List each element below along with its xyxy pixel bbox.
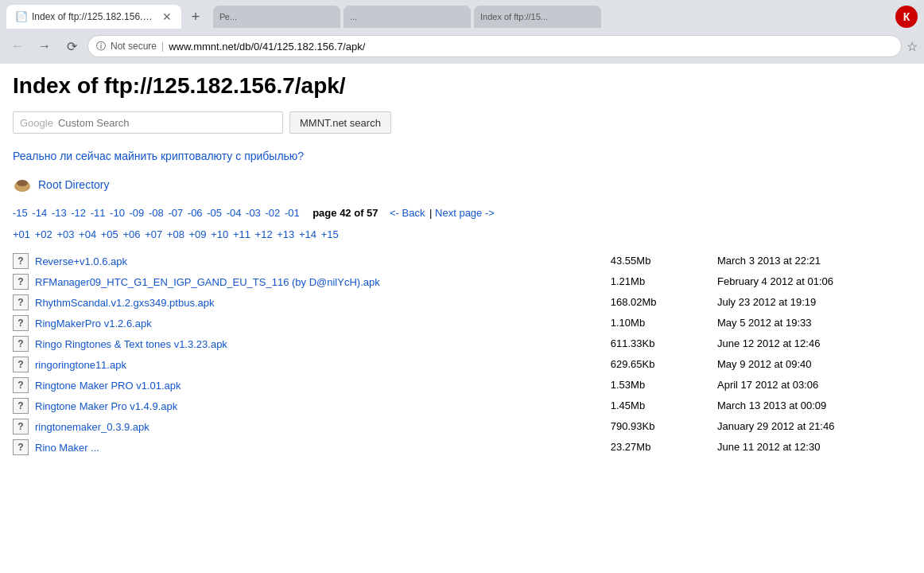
other-tab-2[interactable]: ... xyxy=(344,6,471,28)
page-link-neg05[interactable]: -05 xyxy=(207,207,222,219)
file-date-cell: June 12 2012 at 12:46 xyxy=(701,333,911,354)
file-name-cell: Rino Maker ... xyxy=(35,437,579,458)
other-tab-3[interactable]: Index of ftp://15... xyxy=(474,6,601,28)
file-size-cell: 611.33Kb xyxy=(579,333,701,354)
profile-button[interactable]: К xyxy=(895,6,918,28)
page-link-pos08[interactable]: +08 xyxy=(167,228,184,240)
file-date-cell: January 29 2012 at 21:46 xyxy=(701,416,911,437)
file-size-cell: 790.93Kb xyxy=(579,416,701,437)
google-logo: Google xyxy=(20,117,53,129)
back-link[interactable]: <- Back xyxy=(390,207,425,219)
page-link-neg08[interactable]: -08 xyxy=(149,207,164,219)
file-type-icon: ? xyxy=(13,253,29,269)
file-link[interactable]: Ringtone Maker PRO v1.01.apk xyxy=(35,380,181,392)
file-link[interactable]: RingMakerPro v1.2.6.apk xyxy=(35,318,152,329)
svg-point-1 xyxy=(17,180,28,186)
page-link-pos05[interactable]: +05 xyxy=(101,228,118,240)
page-link-neg09[interactable]: -09 xyxy=(130,207,145,219)
root-directory-link[interactable]: Root Directory xyxy=(38,178,109,191)
page-link-neg12[interactable]: -12 xyxy=(71,207,86,219)
table-row: ? Rino Maker ... 23.27Mb June 11 2012 at… xyxy=(13,437,911,458)
new-tab-button[interactable]: + xyxy=(184,6,207,28)
table-row: ? Ringtone Maker PRO v1.01.apk 1.53Mb Ap… xyxy=(13,375,911,396)
file-link[interactable]: ringoringtone11.apk xyxy=(35,359,126,371)
file-link[interactable]: Ringtone Maker Pro v1.4.9.apk xyxy=(35,400,177,412)
bookmark-button[interactable]: ☆ xyxy=(907,39,918,54)
page-link-neg02[interactable]: -02 xyxy=(265,207,280,219)
file-date-cell: March 3 2013 at 22:21 xyxy=(701,251,911,271)
file-link[interactable]: ringtonemaker_0.3.9.apk xyxy=(35,421,149,433)
file-name-cell: RhythmScandal.v1.2.gxs349.ptbus.apk xyxy=(35,292,579,313)
table-row: ? RingMakerPro v1.2.6.apk 1.10Mb May 5 2… xyxy=(13,313,911,333)
search-input[interactable] xyxy=(58,117,276,129)
security-icon: ⓘ xyxy=(96,40,106,53)
tab-bar: 📄 Index of ftp://125.182.156.7/apk/ ✕ + … xyxy=(0,0,924,29)
file-link[interactable]: RhythmScandal.v1.2.gxs349.ptbus.apk xyxy=(35,297,214,309)
file-size-cell: 1.10Mb xyxy=(579,313,701,333)
file-name-cell: RFManager09_HTC_G1_EN_IGP_GAND_EU_TS_116… xyxy=(35,271,579,292)
next-link[interactable]: Next page -> xyxy=(435,207,495,219)
page-link-neg04[interactable]: -04 xyxy=(227,207,242,219)
mmnt-search-button[interactable]: MMNT.net search xyxy=(289,111,391,134)
separator: | xyxy=(429,207,435,219)
page-link-pos01[interactable]: +01 xyxy=(13,228,30,240)
page-link-pos03[interactable]: +03 xyxy=(56,228,74,240)
file-date-cell: March 13 2013 at 00:09 xyxy=(701,396,911,416)
file-type-icon: ? xyxy=(13,315,29,331)
file-icon-cell: ? xyxy=(13,333,35,354)
root-directory-icon xyxy=(13,175,32,194)
url-bar[interactable]: ⓘ Not secure | www.mmnt.net/db/0/41/125.… xyxy=(87,35,902,57)
page-link-pos14[interactable]: +14 xyxy=(299,228,316,240)
file-icon-cell: ? xyxy=(13,416,35,437)
page-link-neg07[interactable]: -07 xyxy=(168,207,183,219)
crypto-link[interactable]: Реально ли сейчас майнить криптовалюту с… xyxy=(13,150,911,162)
file-date-cell: February 4 2012 at 01:06 xyxy=(701,271,911,292)
page-link-pos10[interactable]: +10 xyxy=(211,228,228,240)
file-link[interactable]: RFManager09_HTC_G1_EN_IGP_GAND_EU_TS_116… xyxy=(35,276,380,288)
page-link-pos07[interactable]: +07 xyxy=(145,228,162,240)
file-date-cell: July 23 2012 at 19:19 xyxy=(701,292,911,313)
other-tab-1[interactable]: Ре... xyxy=(213,6,340,28)
file-link[interactable]: Ringo Ringtones & Text tones v1.3.23.apk xyxy=(35,338,227,350)
page-link-pos06[interactable]: +06 xyxy=(122,228,140,240)
file-icon-cell: ? xyxy=(13,271,35,292)
page-link-neg14[interactable]: -14 xyxy=(32,207,47,219)
page-link-neg15[interactable]: -15 xyxy=(13,207,28,219)
file-type-icon: ? xyxy=(13,294,29,310)
google-search-box[interactable]: Google xyxy=(13,111,283,134)
page-link-neg06[interactable]: -06 xyxy=(188,207,203,219)
file-name-cell: Ringo Ringtones & Text tones v1.3.23.apk xyxy=(35,333,579,354)
url-text: www.mmnt.net/db/0/41/125.182.156.7/apk/ xyxy=(169,41,893,53)
back-button[interactable]: ← xyxy=(6,35,29,57)
page-link-pos13[interactable]: +13 xyxy=(277,228,294,240)
file-date-cell: June 11 2012 at 12:30 xyxy=(701,437,911,458)
file-link[interactable]: Reverse+v1.0.6.apk xyxy=(35,255,127,267)
page-link-pos04[interactable]: +04 xyxy=(79,228,96,240)
page-link-pos02[interactable]: +02 xyxy=(35,228,52,240)
file-name-cell: Ringtone Maker PRO v1.01.apk xyxy=(35,375,579,396)
file-type-icon: ? xyxy=(13,274,29,290)
file-icon-cell: ? xyxy=(13,375,35,396)
tab-favicon: 📄 xyxy=(16,11,27,22)
table-row: ? Reverse+v1.0.6.apk 43.55Mb March 3 201… xyxy=(13,251,911,271)
page-link-pos09[interactable]: +09 xyxy=(189,228,207,240)
page-link-pos11[interactable]: +11 xyxy=(233,228,250,240)
forward-button[interactable]: → xyxy=(33,35,56,57)
page-link-neg10[interactable]: -10 xyxy=(110,207,125,219)
page-link-neg01[interactable]: -01 xyxy=(285,207,300,219)
active-tab[interactable]: 📄 Index of ftp://125.182.156.7/apk/ ✕ xyxy=(6,5,181,29)
page-link-pos12[interactable]: +12 xyxy=(255,228,273,240)
table-row: ? Ringtone Maker Pro v1.4.9.apk 1.45Mb M… xyxy=(13,396,911,416)
page-link-neg03[interactable]: -03 xyxy=(246,207,261,219)
refresh-button[interactable]: ⟳ xyxy=(60,35,83,57)
tab-close-button[interactable]: ✕ xyxy=(162,11,172,22)
file-icon-cell: ? xyxy=(13,396,35,416)
page-link-neg13[interactable]: -13 xyxy=(52,207,67,219)
pagination-row: -15 -14 -13 -12 -11 -10 -09 -08 -07 -06 … xyxy=(13,204,911,222)
file-link[interactable]: Rino Maker ... xyxy=(35,442,99,454)
file-type-icon: ? xyxy=(13,377,29,393)
page-link-neg11[interactable]: -11 xyxy=(91,207,106,219)
separator: | xyxy=(161,41,164,52)
file-name-cell: Ringtone Maker Pro v1.4.9.apk xyxy=(35,396,579,416)
page-link-pos15[interactable]: +15 xyxy=(321,228,339,240)
